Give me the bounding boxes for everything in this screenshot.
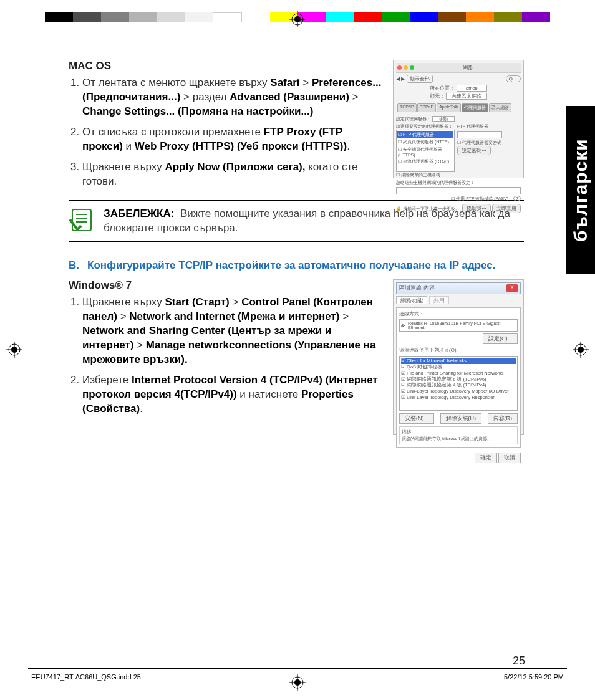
page-number: 25 <box>513 654 525 668</box>
registration-mark-icon <box>289 674 306 691</box>
registration-mark-icon <box>289 11 306 27</box>
registration-mark-icon <box>6 342 22 358</box>
windows-properties-screenshot: 區域連線 內容 X 網路功能 共用 連線方式： 🖧 Realtek RTL816… <box>393 279 524 435</box>
footer-rule <box>28 668 567 669</box>
footer-timestamp: 5/22/12 5:59:20 PM <box>504 673 564 681</box>
registration-mark-icon <box>573 342 589 358</box>
note-text: ЗАБЕЛЕЖКА: Вижте помощните указания в сп… <box>104 207 524 236</box>
note-block: ЗАБЕЛЕЖКА: Вижте помощните указания в сп… <box>69 200 524 242</box>
adapter-icon: 🖧 <box>401 323 406 328</box>
close-icon: X <box>506 284 518 292</box>
footer-filename: EEU7417_RT-AC66U_QSG.indd 25 <box>31 673 141 681</box>
page-content: 網路 ◀ ▶ 顯示全部 Q 所在位置： office 顯示： 內建乙太網路 TC… <box>69 60 524 441</box>
macos-proxy-screenshot: 網路 ◀ ▶ 顯示全部 Q 所在位置： office 顯示： 內建乙太網路 TC… <box>393 60 524 178</box>
note-icon <box>69 207 95 233</box>
section-b-heading: B. Конфигурирайте TCP/IP настройките за … <box>69 259 524 272</box>
language-tab: български <box>566 106 595 274</box>
page-rule <box>69 651 524 651</box>
